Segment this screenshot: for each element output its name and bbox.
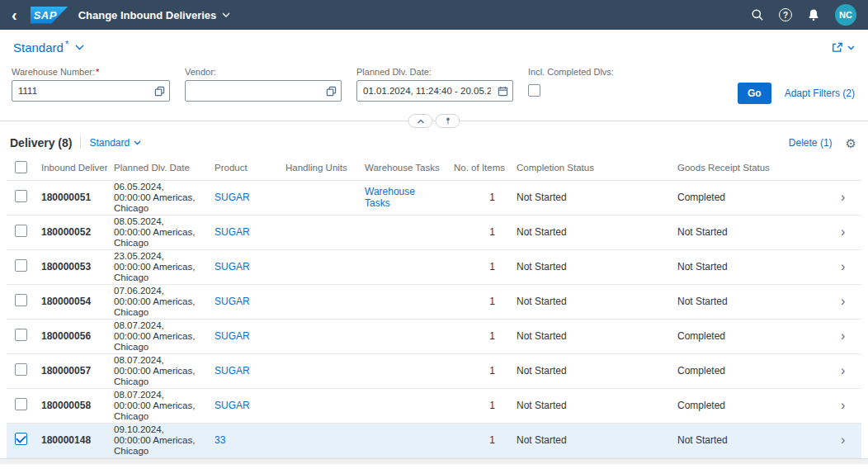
collapse-header-icon[interactable]	[408, 114, 433, 128]
share-icon	[831, 41, 843, 54]
product-link[interactable]: SUGAR	[215, 226, 250, 238]
product-link[interactable]: SUGAR	[215, 261, 250, 272]
sap-logo-text: SAP	[34, 9, 57, 21]
row-checkbox[interactable]	[15, 433, 27, 445]
table-row[interactable]: 18000005323.05.2024, 00:00:00 Americas, …	[7, 249, 861, 284]
row-navigation-chevron-icon[interactable]: ›	[841, 433, 845, 447]
row-navigation-chevron-icon[interactable]: ›	[841, 398, 845, 412]
table-row[interactable]: 18000014809.10.2024, 00:00:00 Americas, …	[7, 423, 861, 457]
shell-bar: ‹ SAP Change Inbound Deliveries ? NC	[0, 0, 868, 30]
column-header-product[interactable]: Product	[208, 156, 279, 180]
product-link[interactable]: SUGAR	[215, 365, 250, 377]
date-picker-icon[interactable]	[493, 81, 512, 101]
handling-units-cell	[279, 215, 358, 249]
row-checkbox-cell	[7, 319, 35, 353]
column-header-handling-units[interactable]: Handling Units	[279, 156, 358, 180]
product-link[interactable]: 33	[215, 434, 225, 446]
select-all-checkbox[interactable]	[15, 161, 27, 173]
no-of-items-cell: 1	[447, 423, 510, 457]
row-navigation-cell: ›	[834, 388, 861, 423]
delivery-table: Inbound DeliveryPlanned Dlv. DateProduct…	[7, 156, 861, 458]
product-cell: SUGAR	[208, 319, 279, 353]
column-header-warehouse-tasks[interactable]: Warehouse Tasks	[358, 156, 447, 180]
row-navigation-chevron-icon[interactable]: ›	[841, 225, 845, 239]
planned-dlv-date-text: 09.10.2024, 00:00:00 Americas, Chicago	[114, 424, 195, 456]
no-of-items-text: 1	[489, 192, 495, 203]
search-icon[interactable]	[751, 8, 764, 21]
row-navigation-cell: ›	[834, 319, 861, 353]
row-checkbox[interactable]	[15, 294, 27, 306]
row-navigation-cell: ›	[834, 284, 861, 319]
row-checkbox[interactable]	[15, 259, 27, 272]
column-header-no-of-items[interactable]: No. of Items	[447, 156, 510, 180]
planned-dlv-date-cell: 08.07.2024, 00:00:00 Americas, Chicago	[107, 388, 208, 423]
incl-completed-checkbox[interactable]	[528, 84, 540, 97]
table-variant-selector[interactable]: Standard	[89, 137, 141, 149]
warehouse-number-label: Warehouse Number:*	[12, 67, 170, 77]
planned-dlv-date-cell: 08.07.2024, 00:00:00 Americas, Chicago	[107, 319, 208, 353]
app-title-menu[interactable]: Change Inbound Deliveries	[78, 9, 231, 21]
pin-header-icon[interactable]	[436, 114, 460, 128]
column-header-planned-dlv-date[interactable]: Planned Dlv. Date	[107, 156, 208, 180]
row-checkbox-cell	[7, 284, 35, 319]
row-checkbox[interactable]	[15, 398, 27, 410]
column-header-goods-receipt-status[interactable]: Goods Receipt Status	[671, 156, 834, 180]
product-link[interactable]: SUGAR	[215, 330, 250, 342]
value-help-icon[interactable]	[321, 81, 341, 101]
goods-receipt-status-text: Completed	[677, 192, 725, 203]
table-row[interactable]: 18000005106.05.2024, 00:00:00 Americas, …	[7, 180, 861, 215]
table-row[interactable]: 18000005808.07.2024, 00:00:00 Americas, …	[7, 388, 861, 423]
vendor-input[interactable]	[186, 86, 321, 96]
warehouse-tasks-cell	[358, 423, 447, 457]
horizontal-scrollbar-track[interactable]	[0, 458, 868, 464]
warehouse-tasks-link[interactable]: Warehouse Tasks	[365, 186, 415, 209]
variant-selector[interactable]: Standard*	[13, 40, 84, 54]
row-navigation-chevron-icon[interactable]: ›	[841, 363, 845, 377]
table-row[interactable]: 18000005708.07.2024, 00:00:00 Americas, …	[7, 353, 861, 388]
product-cell: SUGAR	[208, 180, 279, 215]
handling-units-cell	[279, 284, 358, 319]
row-checkbox[interactable]	[15, 329, 27, 341]
product-link[interactable]: SUGAR	[215, 400, 250, 411]
inbound-delivery-cell: 180000053	[35, 249, 107, 284]
value-help-icon[interactable]	[149, 81, 169, 101]
completion-status-text: Not Started	[517, 330, 567, 342]
row-navigation-chevron-icon[interactable]: ›	[841, 329, 845, 343]
no-of-items-cell: 1	[447, 319, 510, 353]
row-navigation-chevron-icon[interactable]: ›	[841, 259, 845, 273]
completion-status-text: Not Started	[517, 226, 567, 238]
go-button[interactable]: Go	[738, 83, 771, 104]
product-link[interactable]: SUGAR	[215, 192, 250, 203]
sap-logo[interactable]: SAP	[31, 7, 68, 24]
row-navigation-chevron-icon[interactable]: ›	[841, 294, 845, 308]
delete-button[interactable]: Delete (1)	[789, 137, 833, 149]
share-menu[interactable]	[831, 41, 855, 54]
user-avatar[interactable]: NC	[835, 4, 856, 26]
row-checkbox[interactable]	[15, 225, 27, 237]
column-header-inbound-delivery[interactable]: Inbound Delivery	[35, 156, 107, 180]
column-header-completion-status[interactable]: Completion Status	[510, 156, 671, 180]
row-checkbox[interactable]	[15, 190, 27, 202]
completion-status-text: Not Started	[517, 192, 567, 203]
handling-units-cell	[279, 423, 358, 457]
help-icon[interactable]: ?	[779, 8, 792, 21]
notifications-bell-icon[interactable]	[807, 8, 820, 21]
row-navigation-cell: ›	[834, 215, 861, 249]
table-settings-gear-icon[interactable]: ⚙	[846, 137, 856, 149]
handling-units-cell	[279, 353, 358, 388]
planned-dlv-date-text: 06.05.2024, 00:00:00 Americas, Chicago	[114, 182, 195, 213]
select-all-header-cell	[7, 156, 35, 180]
product-link[interactable]: SUGAR	[215, 296, 250, 307]
back-icon[interactable]: ‹	[8, 7, 21, 23]
table-row[interactable]: 18000005608.07.2024, 00:00:00 Americas, …	[7, 319, 861, 353]
row-navigation-chevron-icon[interactable]: ›	[841, 190, 845, 204]
warehouse-number-input[interactable]	[12, 86, 149, 96]
planned-dlv-date-input[interactable]	[357, 86, 493, 96]
row-checkbox[interactable]	[15, 363, 27, 376]
inbound-delivery-text: 180000052	[41, 226, 91, 238]
adapt-filters-link[interactable]: Adapt Filters (2)	[785, 88, 855, 99]
goods-receipt-status-text: Completed	[677, 400, 725, 411]
table-row[interactable]: 18000005208.05.2024, 00:00:00 Americas, …	[7, 215, 861, 249]
planned-dlv-date-text: 23.05.2024, 00:00:00 Americas, Chicago	[114, 251, 195, 282]
table-row[interactable]: 18000005407.06.2024, 00:00:00 Americas, …	[7, 284, 861, 319]
